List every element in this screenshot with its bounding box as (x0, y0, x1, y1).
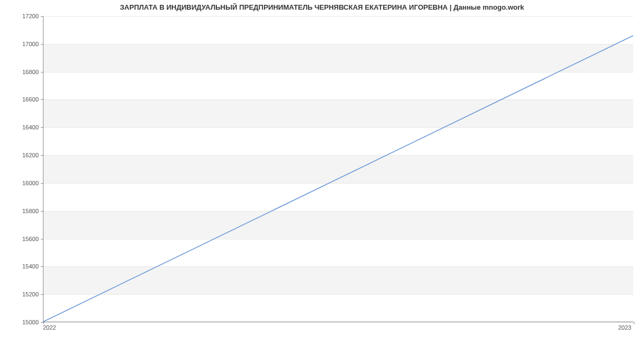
y-tick (41, 266, 43, 267)
plot-area (43, 16, 633, 322)
y-gridline (43, 322, 633, 323)
y-axis-label: 16600 (6, 96, 39, 103)
y-axis-label: 15200 (6, 291, 39, 297)
y-axis-label: 16800 (6, 69, 39, 75)
y-axis-label: 17200 (6, 13, 39, 19)
y-axis-label: 17000 (6, 41, 39, 47)
chart-title: ЗАРПЛАТА В ИНДИВИДУАЛЬНЫЙ ПРЕДПРИНИМАТЕЛ… (0, 3, 644, 11)
y-tick (41, 44, 43, 45)
y-tick (41, 99, 43, 100)
y-tick (41, 294, 43, 295)
y-axis-label: 15000 (6, 319, 39, 325)
y-axis-label: 15400 (6, 263, 39, 270)
y-tick (41, 155, 43, 156)
y-tick (41, 16, 43, 17)
x-tick (634, 322, 634, 324)
y-axis-label: 16400 (6, 124, 39, 130)
y-tick (41, 72, 43, 72)
y-tick (41, 211, 43, 212)
x-axis-label: 2023 (618, 324, 631, 331)
y-tick (41, 239, 43, 239)
line-chart: ЗАРПЛАТА В ИНДИВИДУАЛЬНЫЙ ПРЕДПРИНИМАТЕЛ… (0, 0, 644, 349)
x-axis-label: 2022 (43, 324, 56, 331)
y-axis-label: 15600 (6, 236, 39, 242)
y-tick (41, 183, 43, 184)
y-axis-label: 15800 (6, 208, 39, 214)
y-axis-label: 16000 (6, 180, 39, 186)
data-line (43, 16, 633, 322)
series-line (43, 35, 633, 322)
y-axis-label: 16200 (6, 152, 39, 158)
y-tick (41, 127, 43, 128)
